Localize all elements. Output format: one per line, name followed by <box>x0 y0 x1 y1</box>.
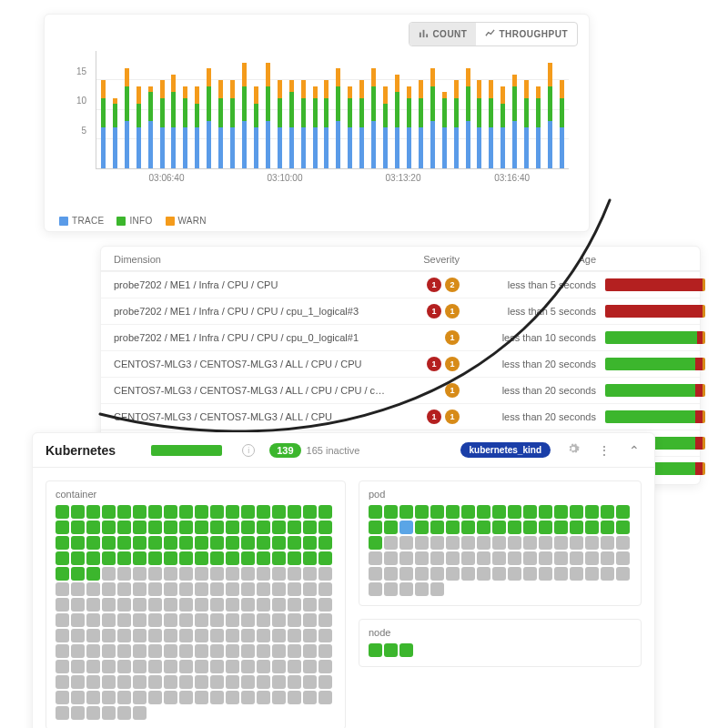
resource-cell[interactable] <box>384 521 398 534</box>
resource-cell[interactable] <box>272 521 286 534</box>
resource-cell[interactable] <box>71 629 85 642</box>
resource-cell[interactable] <box>492 536 506 550</box>
resource-cell[interactable] <box>102 582 116 596</box>
resource-cell[interactable] <box>369 521 382 534</box>
resource-cell[interactable] <box>226 675 239 689</box>
resource-cell[interactable] <box>241 536 255 550</box>
resource-cell[interactable] <box>288 660 301 673</box>
resource-cell[interactable] <box>86 675 100 689</box>
bar[interactable] <box>416 51 426 168</box>
resource-cell[interactable] <box>102 675 116 689</box>
bar[interactable] <box>333 51 343 168</box>
resource-cell[interactable] <box>195 598 208 612</box>
resource-cell[interactable] <box>272 675 286 689</box>
resource-cell[interactable] <box>585 505 599 519</box>
resource-cell[interactable] <box>415 582 429 596</box>
resource-cell[interactable] <box>523 567 537 581</box>
resource-cell[interactable] <box>71 706 85 720</box>
resource-cell[interactable] <box>226 521 239 534</box>
resource-cell[interactable] <box>585 567 599 581</box>
resource-cell[interactable] <box>226 691 239 704</box>
resource-cell[interactable] <box>71 598 85 612</box>
resource-cell[interactable] <box>430 536 444 550</box>
resource-cell[interactable] <box>523 551 537 565</box>
resource-cell[interactable] <box>164 551 177 565</box>
bar[interactable] <box>557 51 567 168</box>
resource-cell[interactable] <box>241 629 255 642</box>
resource-cell[interactable] <box>117 613 131 627</box>
resource-cell[interactable] <box>226 567 239 581</box>
resource-cell[interactable] <box>369 643 382 657</box>
resource-cell[interactable] <box>446 536 460 550</box>
resource-cell[interactable] <box>148 691 162 704</box>
resource-cell[interactable] <box>601 551 614 565</box>
resource-cell[interactable] <box>148 598 162 612</box>
resource-cell[interactable] <box>71 521 85 534</box>
bar[interactable] <box>545 51 555 168</box>
resource-cell[interactable] <box>399 551 413 565</box>
resource-cell[interactable] <box>303 613 317 627</box>
resource-cell[interactable] <box>210 691 224 704</box>
resource-cell[interactable] <box>133 598 147 612</box>
resource-cell[interactable] <box>303 598 317 612</box>
resource-cell[interactable] <box>195 613 208 627</box>
resource-cell[interactable] <box>539 505 552 519</box>
resource-cell[interactable] <box>164 505 177 519</box>
resource-cell[interactable] <box>415 567 429 581</box>
bar[interactable] <box>533 51 543 168</box>
resource-cell[interactable] <box>133 706 147 720</box>
resource-cell[interactable] <box>86 598 100 612</box>
resource-cell[interactable] <box>539 567 552 581</box>
resource-cell[interactable] <box>288 536 301 550</box>
resource-cell[interactable] <box>195 691 208 704</box>
bar[interactable] <box>251 51 261 168</box>
resource-cell[interactable] <box>210 629 224 642</box>
resource-cell[interactable] <box>601 567 614 581</box>
resource-cell[interactable] <box>56 629 69 642</box>
resource-cell[interactable] <box>430 521 444 534</box>
resource-cell[interactable] <box>241 675 255 689</box>
resource-cell[interactable] <box>616 536 630 550</box>
resource-cell[interactable] <box>539 521 552 534</box>
resource-cell[interactable] <box>241 644 255 658</box>
resource-cell[interactable] <box>195 505 208 519</box>
resource-cell[interactable] <box>56 691 69 704</box>
resource-cell[interactable] <box>210 582 224 596</box>
resource-cell[interactable] <box>585 551 599 565</box>
resource-cell[interactable] <box>179 613 193 627</box>
bar[interactable] <box>521 51 531 168</box>
resource-cell[interactable] <box>210 675 224 689</box>
resource-cell[interactable] <box>492 551 506 565</box>
bar[interactable] <box>287 51 297 168</box>
bar[interactable] <box>310 51 320 168</box>
resource-cell[interactable] <box>56 706 69 720</box>
resource-cell[interactable] <box>117 551 131 565</box>
resource-cell[interactable] <box>71 582 85 596</box>
resource-cell[interactable] <box>195 660 208 673</box>
resource-cell[interactable] <box>492 505 506 519</box>
bar[interactable] <box>463 51 473 168</box>
table-row[interactable]: CENTOS7-MLG3 / CENTOS7-MLG3 / ALL / CPU … <box>101 377 700 403</box>
legend-item[interactable]: TRACE <box>59 216 104 226</box>
resource-cell[interactable] <box>601 536 614 550</box>
resource-cell[interactable] <box>318 598 332 612</box>
table-row[interactable]: probe7202 / ME1 / Infra / CPU / CPU / cp… <box>101 324 700 350</box>
resource-cell[interactable] <box>133 660 147 673</box>
resource-cell[interactable] <box>539 551 552 565</box>
resource-cell[interactable] <box>179 644 193 658</box>
resource-cell[interactable] <box>585 521 599 534</box>
info-icon[interactable]: i <box>242 444 255 457</box>
bar[interactable] <box>157 51 167 168</box>
resource-cell[interactable] <box>56 567 69 581</box>
resource-cell[interactable] <box>492 567 506 581</box>
resource-cell[interactable] <box>148 551 162 565</box>
resource-cell[interactable] <box>318 521 332 534</box>
resource-cell[interactable] <box>86 629 100 642</box>
resource-cell[interactable] <box>179 521 193 534</box>
resource-cell[interactable] <box>399 521 413 534</box>
resource-cell[interactable] <box>288 613 301 627</box>
resource-cell[interactable] <box>71 536 85 550</box>
count-button[interactable]: COUNT <box>410 23 476 46</box>
resource-cell[interactable] <box>272 613 286 627</box>
resource-cell[interactable] <box>384 582 398 596</box>
